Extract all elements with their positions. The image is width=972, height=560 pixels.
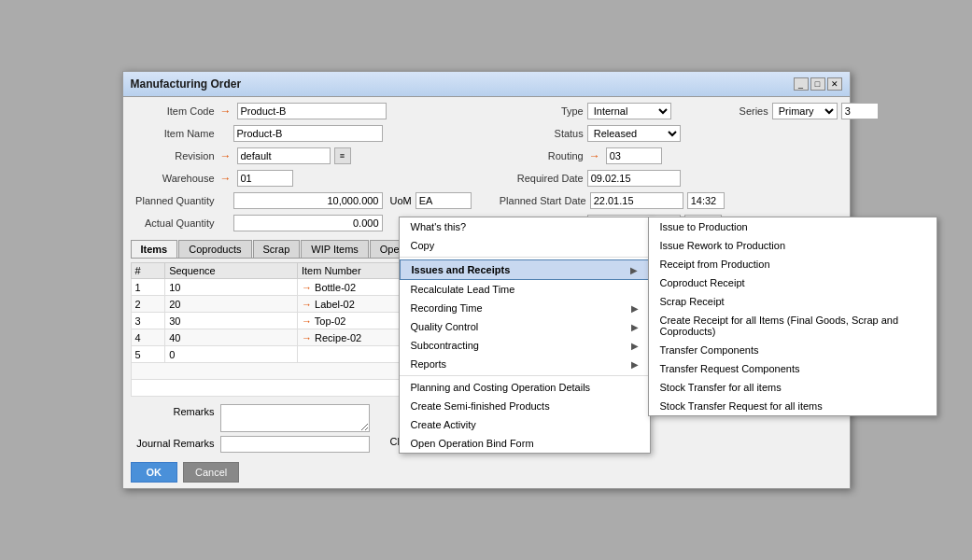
col-seq: Sequence <box>165 263 298 279</box>
type-select[interactable]: Internal <box>587 103 671 119</box>
ctx-recalculate[interactable]: Recalculate Lead Time <box>400 280 650 299</box>
ctx-reports-arrow: ▶ <box>631 359 639 370</box>
ctx-separator-2 <box>400 375 650 376</box>
ctx-whats-this[interactable]: What's this? <box>400 217 650 236</box>
sub-issue-to-production[interactable]: Issue to Production <box>649 217 937 236</box>
tab-items[interactable]: Items <box>131 240 178 258</box>
status-select[interactable]: Released <box>587 125 681 142</box>
minimize-button[interactable]: _ <box>794 77 809 91</box>
submenu-issues-receipts: Issue to Production Issue Rework to Prod… <box>648 217 937 416</box>
ok-button[interactable]: OK <box>131 462 178 483</box>
sub-issue-rework[interactable]: Issue Rework to Production <box>649 236 937 255</box>
tab-wip-items[interactable]: WIP Items <box>301 240 369 258</box>
context-menu: What's this? Copy Issues and Receipts ▶ … <box>399 217 651 454</box>
ctx-issues-arrow: ▶ <box>630 265 638 275</box>
planned-start-time[interactable] <box>687 192 725 209</box>
routing-arrow: → <box>589 149 600 162</box>
series-label: Series <box>684 105 768 117</box>
planned-start-input[interactable] <box>590 192 683 209</box>
maximize-button[interactable]: □ <box>810 77 825 91</box>
ctx-recording-time[interactable]: Recording Time ▶ <box>400 299 650 317</box>
item-code-input[interactable] <box>237 103 387 119</box>
warehouse-arrow: → <box>220 172 232 185</box>
journal-remarks-input[interactable] <box>220 436 370 453</box>
ctx-quality-arrow: ▶ <box>631 322 639 332</box>
item-code-label: Item Code <box>131 105 215 117</box>
ctx-separator-1 <box>400 257 650 258</box>
sub-transfer-components[interactable]: Transfer Components <box>649 341 937 359</box>
revision-arrow: → <box>220 149 232 162</box>
manufacturing-order-window: Manufacturing Order _ □ ✕ Item Code → It… <box>122 71 851 489</box>
warehouse-input[interactable] <box>237 170 293 187</box>
planned-qty-label: Planned Quantity <box>131 195 215 206</box>
journal-remarks-label: Journal Remarks <box>131 436 215 449</box>
sub-transfer-request[interactable]: Transfer Request Components <box>649 359 937 378</box>
sub-stock-transfer-request[interactable]: Stock Transfer Request for all items <box>649 397 937 415</box>
sub-coproduct-receipt[interactable]: Coproduct Receipt <box>649 273 937 292</box>
ctx-create-activity[interactable]: Create Activity <box>400 415 650 434</box>
window-controls: _ □ ✕ <box>794 77 842 91</box>
ctx-subcontracting-arrow: ▶ <box>631 341 639 351</box>
ctx-open-operation[interactable]: Open Operation Bind Form <box>400 434 650 453</box>
required-date-input[interactable] <box>587 170 681 187</box>
uom-label: UoM <box>390 195 412 206</box>
item-code-arrow: → <box>220 105 232 118</box>
planned-qty-input[interactable] <box>233 192 383 209</box>
ctx-quality-control[interactable]: Quality Control ▶ <box>400 317 650 336</box>
series-select[interactable]: Primary <box>772 103 838 119</box>
ctx-create-semi[interactable]: Create Semi-finished Products <box>400 397 650 415</box>
col-num: # <box>131 263 165 279</box>
ctx-planning-costing[interactable]: Planning and Costing Operation Details <box>400 378 650 397</box>
footer-area: OK Cancel <box>123 456 850 488</box>
routing-label: Routing <box>500 150 584 161</box>
close-button[interactable]: ✕ <box>827 77 842 91</box>
ctx-copy[interactable]: Copy <box>400 236 650 255</box>
cancel-button[interactable]: Cancel <box>183 462 239 483</box>
remarks-label: Remarks <box>131 404 215 417</box>
tab-scrap[interactable]: Scrap <box>253 240 301 258</box>
ctx-subcontracting[interactable]: Subcontracting ▶ <box>400 336 650 355</box>
item-name-input[interactable] <box>233 125 383 142</box>
title-bar: Manufacturing Order _ □ ✕ <box>123 72 850 97</box>
required-date-label: Required Date <box>500 173 584 184</box>
tab-coproducts[interactable]: Coproducts <box>178 240 251 258</box>
warehouse-label: Warehouse <box>131 173 215 184</box>
type-label: Type <box>500 105 584 117</box>
sub-scrap-receipt[interactable]: Scrap Receipt <box>649 292 937 311</box>
remarks-input[interactable] <box>220 404 370 432</box>
revision-btn[interactable]: ≡ <box>334 147 351 164</box>
planned-start-label: Planned Start Date <box>500 195 586 206</box>
series-num-input[interactable] <box>841 103 879 119</box>
actual-qty-label: Actual Quantity <box>131 217 215 229</box>
uom-input[interactable] <box>416 192 472 209</box>
status-label: Status <box>500 128 584 139</box>
routing-input[interactable] <box>606 147 662 164</box>
ctx-issues-receipts[interactable]: Issues and Receipts ▶ <box>400 259 650 280</box>
revision-label: Revision <box>131 150 215 161</box>
revision-input[interactable] <box>237 147 331 164</box>
ctx-reports[interactable]: Reports ▶ <box>400 355 650 373</box>
sub-stock-transfer-all[interactable]: Stock Transfer for all items <box>649 378 937 397</box>
ctx-recording-arrow: ▶ <box>631 303 639 314</box>
sub-create-receipt-all[interactable]: Create Receipt for all Items (Final Good… <box>649 311 937 341</box>
window-title: Manufacturing Order <box>131 77 242 91</box>
item-name-label: Item Name <box>131 128 215 139</box>
sub-receipt-from-production[interactable]: Receipt from Production <box>649 255 937 273</box>
actual-qty-input[interactable] <box>233 215 383 231</box>
